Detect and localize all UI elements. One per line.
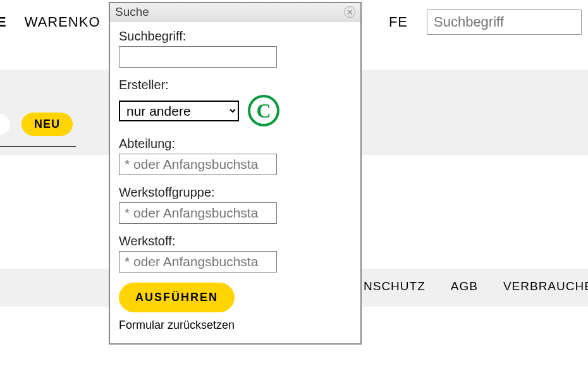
nav-item-right[interactable]: FE (389, 14, 408, 30)
footer-nav: NSCHUTZ AGB VERBRAUCHE (364, 279, 588, 293)
search-dialog: Suche ✕ Suchbegriff: Ersteller: nur ande… (109, 2, 362, 345)
dialog-title: Suche (115, 5, 149, 19)
neu-row: NEU (0, 113, 76, 147)
global-search-input[interactable] (427, 9, 582, 35)
abteilung-label: Abteilung: (119, 137, 352, 151)
reset-form-link[interactable]: Formular zurücksetzen (119, 319, 352, 332)
suchbegriff-input[interactable] (119, 46, 277, 68)
circle-fragment (0, 114, 10, 135)
close-icon[interactable]: ✕ (344, 6, 355, 18)
suchbegriff-label: Suchbegriff: (119, 29, 352, 44)
werkstoffgruppe-label: Werkstoffgruppe: (119, 185, 352, 200)
dialog-body: Suchbegriff: Ersteller: nur andere C Abt… (110, 21, 360, 343)
ersteller-select[interactable]: nur andere (119, 101, 239, 121)
footer-link-verbraucher[interactable]: VERBRAUCHE (503, 279, 588, 293)
copyright-icon[interactable]: C (248, 95, 279, 126)
abteilung-input[interactable] (119, 154, 277, 175)
dialog-titlebar[interactable]: Suche ✕ (110, 3, 360, 21)
ersteller-label: Ersteller: (119, 78, 352, 92)
footer-link-datenschutz[interactable]: NSCHUTZ (364, 279, 426, 293)
neu-button[interactable]: NEU (21, 113, 73, 136)
nav-fragment-bold[interactable]: E (0, 14, 7, 30)
execute-button[interactable]: AUSFÜHREN (119, 283, 235, 312)
nav-item-warenkorb[interactable]: WARENKO (25, 14, 101, 30)
werkstoff-label: Werkstoff: (119, 234, 352, 248)
werkstoffgruppe-input[interactable] (119, 202, 277, 224)
werkstoff-input[interactable] (119, 251, 277, 273)
footer-link-agb[interactable]: AGB (451, 279, 478, 293)
